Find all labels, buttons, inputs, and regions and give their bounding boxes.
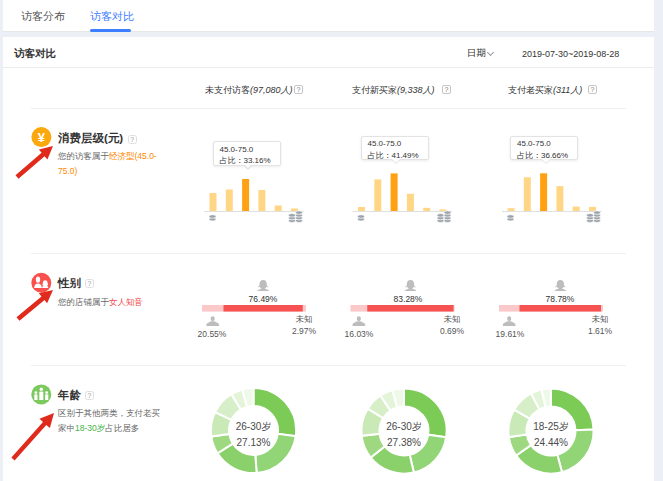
svg-text:¥: ¥ xyxy=(38,130,46,145)
